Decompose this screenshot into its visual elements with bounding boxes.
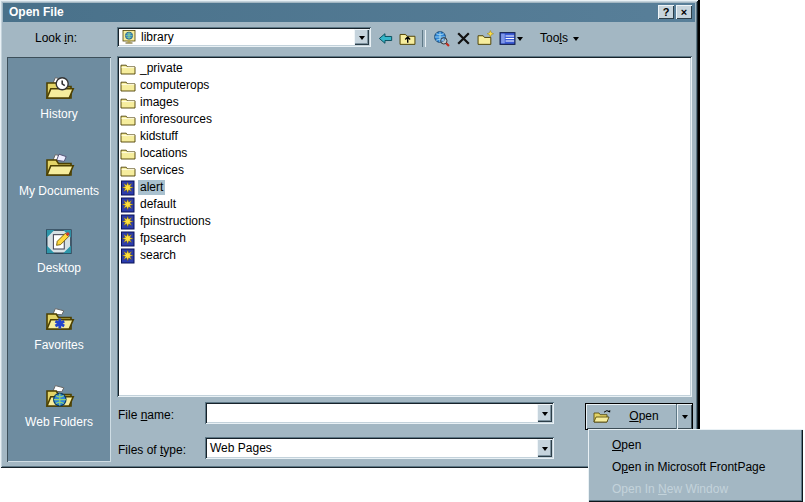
- chevron-down-icon: [682, 415, 688, 422]
- list-item[interactable]: kidstuff: [120, 128, 689, 145]
- delete-icon: [455, 30, 472, 47]
- menu-item-open-in-microsoft-frontpage[interactable]: Open in Microsoft FrontPage: [588, 456, 803, 478]
- files-of-type-label: Files of type:: [118, 443, 186, 457]
- list-item[interactable]: default: [120, 196, 689, 213]
- favorites-icon: [42, 305, 76, 333]
- file-list: _privatecomputeropsimagesinforesourceski…: [117, 56, 692, 397]
- sidebar-item-desktop[interactable]: Desktop: [7, 228, 111, 275]
- up-one-level-button[interactable]: [397, 28, 417, 48]
- search-the-web-button[interactable]: [431, 28, 451, 48]
- list-item[interactable]: inforesources: [120, 111, 689, 128]
- frontpage-file-icon: [120, 231, 136, 247]
- file-name: search: [138, 248, 178, 263]
- file-name: inforesources: [138, 112, 214, 127]
- file-name: alert: [138, 180, 165, 195]
- sidebar-item-web-folders[interactable]: Web Folders: [7, 382, 111, 429]
- window-edge: [698, 0, 700, 429]
- open-file-dialog: Open File ? × Look in: library Tools His…: [0, 0, 698, 468]
- up-one-level-icon: [399, 30, 416, 47]
- delete-button[interactable]: [453, 28, 473, 48]
- open-split-dropdown-button[interactable]: [676, 404, 692, 429]
- file-name-input[interactable]: [209, 405, 532, 420]
- sidebar-item-label: Desktop: [37, 261, 81, 275]
- views-button[interactable]: [497, 28, 525, 48]
- create-new-folder-button[interactable]: [475, 28, 495, 48]
- window-title: Open File: [9, 5, 64, 19]
- folder-icon: [120, 95, 136, 111]
- menu-item-open[interactable]: Open: [588, 434, 803, 456]
- file-name: computerops: [138, 78, 211, 93]
- open-dropdown-menu: OpenOpen in Microsoft FrontPageOpen In N…: [588, 429, 803, 502]
- back-arrow-button[interactable]: [375, 28, 395, 48]
- places-bar: HistoryMy DocumentsDesktopFavoritesWeb F…: [7, 57, 111, 462]
- menu-item-open-in-new-window: Open In New Window: [588, 478, 803, 500]
- look-in-dropdown-button[interactable]: [354, 29, 369, 45]
- sidebar-item-label: Favorites: [34, 338, 83, 352]
- look-in-value: library: [141, 27, 174, 47]
- list-item[interactable]: computerops: [120, 77, 689, 94]
- desktop-icon: [42, 228, 76, 256]
- file-name: fpinstructions: [138, 214, 213, 229]
- open-folder-icon: [593, 409, 612, 424]
- create-new-folder-icon: [477, 30, 494, 47]
- list-item[interactable]: _private: [120, 60, 689, 77]
- open-button[interactable]: Open: [585, 403, 693, 430]
- close-button[interactable]: ×: [676, 5, 692, 19]
- frontpage-file-icon: [120, 214, 136, 230]
- files-of-type-combobox[interactable]: Web Pages: [205, 437, 554, 459]
- file-name: images: [138, 95, 181, 110]
- open-button-label: Open: [616, 404, 672, 429]
- sidebar-item-my-documents[interactable]: My Documents: [7, 151, 111, 198]
- history-icon: [42, 74, 76, 102]
- tools-menu-button[interactable]: Tools: [537, 28, 582, 48]
- list-item[interactable]: alert: [120, 179, 689, 196]
- files-of-type-dropdown-button[interactable]: [537, 439, 552, 457]
- sidebar-item-history[interactable]: History: [7, 74, 111, 121]
- frontpage-file-icon: [120, 180, 136, 196]
- chevron-down-icon: [573, 37, 579, 44]
- list-item[interactable]: locations: [120, 145, 689, 162]
- frontpage-file-icon: [120, 248, 136, 264]
- sidebar-item-label: My Documents: [19, 184, 99, 198]
- list-item[interactable]: services: [120, 162, 689, 179]
- list-item[interactable]: search: [120, 247, 689, 264]
- folder-icon: [120, 146, 136, 162]
- my-documents-icon: [42, 151, 76, 179]
- sidebar-item-label: History: [40, 107, 77, 121]
- list-item[interactable]: fpinstructions: [120, 213, 689, 230]
- tools-label: Tools: [540, 31, 568, 45]
- file-name-dropdown-button[interactable]: [537, 404, 552, 422]
- title-bar: Open File ? ×: [3, 3, 695, 22]
- folder-icon: [120, 129, 136, 145]
- file-name: locations: [138, 146, 189, 161]
- frontpage-file-icon: [120, 197, 136, 213]
- chevron-down-icon: [517, 37, 523, 44]
- list-item[interactable]: images: [120, 94, 689, 111]
- chevron-down-icon: [359, 36, 365, 43]
- file-name-label: File name:: [118, 408, 174, 422]
- look-in-combobox[interactable]: library: [117, 27, 371, 47]
- help-button[interactable]: ?: [658, 5, 674, 19]
- web-folder-icon: [121, 29, 137, 45]
- web-folders-icon: [42, 382, 76, 410]
- page-background: Open File ? × Look in: library Tools His…: [0, 0, 805, 502]
- toolbar-separator: [422, 30, 426, 47]
- folder-icon: [120, 78, 136, 94]
- look-in-label: Look in:: [35, 31, 77, 45]
- sidebar-item-label: Web Folders: [25, 415, 93, 429]
- folder-icon: [120, 61, 136, 77]
- toolbar: Tools: [375, 28, 582, 48]
- chevron-down-icon: [542, 447, 548, 454]
- chevron-down-icon: [542, 412, 548, 419]
- views-icon: [499, 30, 516, 47]
- list-item[interactable]: fpsearch: [120, 230, 689, 247]
- file-name: _private: [138, 61, 185, 76]
- file-name: default: [138, 197, 178, 212]
- files-of-type-value: Web Pages: [210, 437, 272, 459]
- folder-icon: [120, 112, 136, 128]
- back-arrow-icon: [377, 30, 394, 47]
- file-name-combobox: [205, 402, 554, 424]
- search-the-web-icon: [433, 30, 450, 47]
- file-name: kidstuff: [138, 129, 180, 144]
- sidebar-item-favorites[interactable]: Favorites: [7, 305, 111, 352]
